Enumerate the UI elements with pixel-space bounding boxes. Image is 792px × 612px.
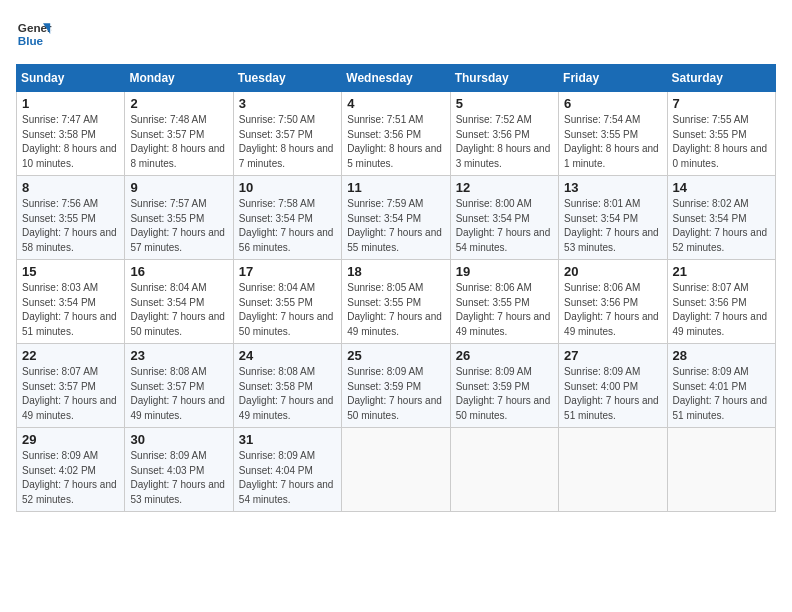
day-info: Sunrise: 8:08 AMSunset: 3:57 PMDaylight:… <box>130 365 227 423</box>
weekday-header-friday: Friday <box>559 65 667 92</box>
day-info: Sunrise: 8:08 AMSunset: 3:58 PMDaylight:… <box>239 365 336 423</box>
day-info: Sunrise: 8:04 AMSunset: 3:55 PMDaylight:… <box>239 281 336 339</box>
calendar-week-5: 29Sunrise: 8:09 AMSunset: 4:02 PMDayligh… <box>17 428 776 512</box>
calendar-table: SundayMondayTuesdayWednesdayThursdayFrid… <box>16 64 776 512</box>
day-info: Sunrise: 7:51 AMSunset: 3:56 PMDaylight:… <box>347 113 444 171</box>
calendar-cell <box>667 428 775 512</box>
calendar-cell: 20Sunrise: 8:06 AMSunset: 3:56 PMDayligh… <box>559 260 667 344</box>
day-number: 17 <box>239 264 336 279</box>
calendar-cell: 3Sunrise: 7:50 AMSunset: 3:57 PMDaylight… <box>233 92 341 176</box>
day-info: Sunrise: 8:09 AMSunset: 4:04 PMDaylight:… <box>239 449 336 507</box>
day-info: Sunrise: 8:01 AMSunset: 3:54 PMDaylight:… <box>564 197 661 255</box>
calendar-cell: 11Sunrise: 7:59 AMSunset: 3:54 PMDayligh… <box>342 176 450 260</box>
day-number: 21 <box>673 264 770 279</box>
calendar-cell: 2Sunrise: 7:48 AMSunset: 3:57 PMDaylight… <box>125 92 233 176</box>
day-number: 1 <box>22 96 119 111</box>
day-info: Sunrise: 7:47 AMSunset: 3:58 PMDaylight:… <box>22 113 119 171</box>
day-number: 4 <box>347 96 444 111</box>
logo-icon: General Blue <box>16 16 52 52</box>
day-number: 26 <box>456 348 553 363</box>
day-info: Sunrise: 8:09 AMSunset: 4:01 PMDaylight:… <box>673 365 770 423</box>
calendar-cell: 15Sunrise: 8:03 AMSunset: 3:54 PMDayligh… <box>17 260 125 344</box>
calendar-cell: 19Sunrise: 8:06 AMSunset: 3:55 PMDayligh… <box>450 260 558 344</box>
calendar-cell: 18Sunrise: 8:05 AMSunset: 3:55 PMDayligh… <box>342 260 450 344</box>
weekday-header-tuesday: Tuesday <box>233 65 341 92</box>
calendar-cell <box>450 428 558 512</box>
calendar-cell: 31Sunrise: 8:09 AMSunset: 4:04 PMDayligh… <box>233 428 341 512</box>
day-number: 22 <box>22 348 119 363</box>
day-info: Sunrise: 8:07 AMSunset: 3:57 PMDaylight:… <box>22 365 119 423</box>
day-number: 18 <box>347 264 444 279</box>
calendar-week-4: 22Sunrise: 8:07 AMSunset: 3:57 PMDayligh… <box>17 344 776 428</box>
calendar-cell: 17Sunrise: 8:04 AMSunset: 3:55 PMDayligh… <box>233 260 341 344</box>
day-number: 2 <box>130 96 227 111</box>
calendar-cell: 8Sunrise: 7:56 AMSunset: 3:55 PMDaylight… <box>17 176 125 260</box>
weekday-header-saturday: Saturday <box>667 65 775 92</box>
day-number: 20 <box>564 264 661 279</box>
day-number: 31 <box>239 432 336 447</box>
day-info: Sunrise: 7:59 AMSunset: 3:54 PMDaylight:… <box>347 197 444 255</box>
calendar-cell: 7Sunrise: 7:55 AMSunset: 3:55 PMDaylight… <box>667 92 775 176</box>
svg-text:Blue: Blue <box>18 34 44 47</box>
calendar-cell: 5Sunrise: 7:52 AMSunset: 3:56 PMDaylight… <box>450 92 558 176</box>
day-number: 14 <box>673 180 770 195</box>
calendar-cell: 29Sunrise: 8:09 AMSunset: 4:02 PMDayligh… <box>17 428 125 512</box>
day-number: 9 <box>130 180 227 195</box>
day-info: Sunrise: 8:09 AMSunset: 4:03 PMDaylight:… <box>130 449 227 507</box>
day-number: 28 <box>673 348 770 363</box>
day-info: Sunrise: 7:57 AMSunset: 3:55 PMDaylight:… <box>130 197 227 255</box>
logo: General Blue <box>16 16 52 52</box>
weekday-header-wednesday: Wednesday <box>342 65 450 92</box>
calendar-cell: 23Sunrise: 8:08 AMSunset: 3:57 PMDayligh… <box>125 344 233 428</box>
day-info: Sunrise: 8:03 AMSunset: 3:54 PMDaylight:… <box>22 281 119 339</box>
calendar-cell: 25Sunrise: 8:09 AMSunset: 3:59 PMDayligh… <box>342 344 450 428</box>
day-info: Sunrise: 8:06 AMSunset: 3:56 PMDaylight:… <box>564 281 661 339</box>
day-info: Sunrise: 7:55 AMSunset: 3:55 PMDaylight:… <box>673 113 770 171</box>
day-info: Sunrise: 8:09 AMSunset: 4:02 PMDaylight:… <box>22 449 119 507</box>
calendar-cell: 28Sunrise: 8:09 AMSunset: 4:01 PMDayligh… <box>667 344 775 428</box>
calendar-cell: 30Sunrise: 8:09 AMSunset: 4:03 PMDayligh… <box>125 428 233 512</box>
calendar-cell: 1Sunrise: 7:47 AMSunset: 3:58 PMDaylight… <box>17 92 125 176</box>
calendar-cell: 12Sunrise: 8:00 AMSunset: 3:54 PMDayligh… <box>450 176 558 260</box>
weekday-header-thursday: Thursday <box>450 65 558 92</box>
day-number: 16 <box>130 264 227 279</box>
calendar-week-1: 1Sunrise: 7:47 AMSunset: 3:58 PMDaylight… <box>17 92 776 176</box>
calendar-cell: 24Sunrise: 8:08 AMSunset: 3:58 PMDayligh… <box>233 344 341 428</box>
day-number: 5 <box>456 96 553 111</box>
day-number: 7 <box>673 96 770 111</box>
day-info: Sunrise: 8:07 AMSunset: 3:56 PMDaylight:… <box>673 281 770 339</box>
day-info: Sunrise: 7:56 AMSunset: 3:55 PMDaylight:… <box>22 197 119 255</box>
calendar-week-2: 8Sunrise: 7:56 AMSunset: 3:55 PMDaylight… <box>17 176 776 260</box>
day-number: 11 <box>347 180 444 195</box>
day-number: 12 <box>456 180 553 195</box>
calendar-cell: 6Sunrise: 7:54 AMSunset: 3:55 PMDaylight… <box>559 92 667 176</box>
calendar-cell: 21Sunrise: 8:07 AMSunset: 3:56 PMDayligh… <box>667 260 775 344</box>
calendar-cell: 26Sunrise: 8:09 AMSunset: 3:59 PMDayligh… <box>450 344 558 428</box>
day-number: 25 <box>347 348 444 363</box>
day-info: Sunrise: 7:58 AMSunset: 3:54 PMDaylight:… <box>239 197 336 255</box>
calendar-cell: 22Sunrise: 8:07 AMSunset: 3:57 PMDayligh… <box>17 344 125 428</box>
day-number: 6 <box>564 96 661 111</box>
day-info: Sunrise: 7:50 AMSunset: 3:57 PMDaylight:… <box>239 113 336 171</box>
day-info: Sunrise: 8:09 AMSunset: 4:00 PMDaylight:… <box>564 365 661 423</box>
day-number: 23 <box>130 348 227 363</box>
calendar-cell: 27Sunrise: 8:09 AMSunset: 4:00 PMDayligh… <box>559 344 667 428</box>
day-number: 27 <box>564 348 661 363</box>
day-number: 10 <box>239 180 336 195</box>
day-info: Sunrise: 8:00 AMSunset: 3:54 PMDaylight:… <box>456 197 553 255</box>
day-info: Sunrise: 7:48 AMSunset: 3:57 PMDaylight:… <box>130 113 227 171</box>
day-number: 29 <box>22 432 119 447</box>
calendar-cell: 13Sunrise: 8:01 AMSunset: 3:54 PMDayligh… <box>559 176 667 260</box>
weekday-header-sunday: Sunday <box>17 65 125 92</box>
calendar-cell: 4Sunrise: 7:51 AMSunset: 3:56 PMDaylight… <box>342 92 450 176</box>
calendar-cell: 16Sunrise: 8:04 AMSunset: 3:54 PMDayligh… <box>125 260 233 344</box>
calendar-cell <box>342 428 450 512</box>
calendar-cell: 14Sunrise: 8:02 AMSunset: 3:54 PMDayligh… <box>667 176 775 260</box>
day-number: 24 <box>239 348 336 363</box>
page-header: General Blue <box>16 16 776 52</box>
day-info: Sunrise: 7:54 AMSunset: 3:55 PMDaylight:… <box>564 113 661 171</box>
day-info: Sunrise: 8:09 AMSunset: 3:59 PMDaylight:… <box>456 365 553 423</box>
day-number: 3 <box>239 96 336 111</box>
day-number: 19 <box>456 264 553 279</box>
calendar-cell <box>559 428 667 512</box>
